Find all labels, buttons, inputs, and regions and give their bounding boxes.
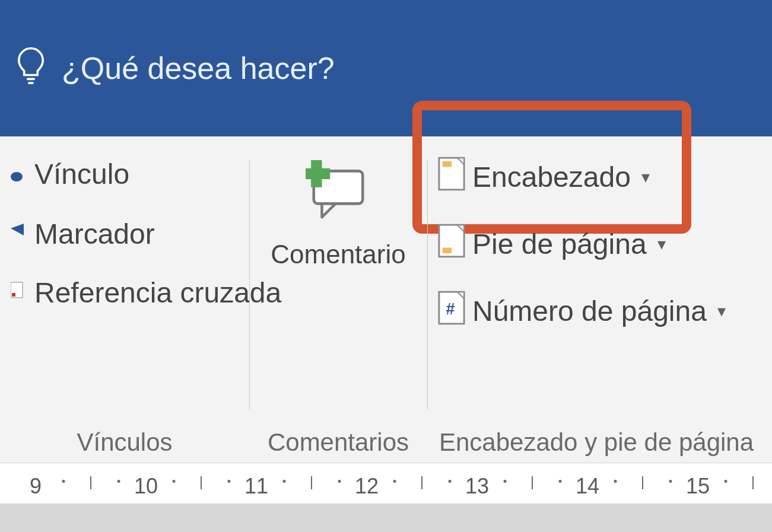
svg-marker-3 — [11, 224, 24, 235]
group-links-label: Vínculos — [6, 422, 243, 459]
comment-icon — [306, 160, 371, 228]
group-headerfooter: Encabezado ▾ Pie de página ▾ — [427, 142, 765, 463]
footer-page-icon — [438, 224, 465, 265]
ruler-quarter-tick — [117, 480, 120, 483]
ruler-number: 12 — [355, 474, 379, 499]
svg-rect-5 — [12, 293, 15, 297]
tell-me-input[interactable]: ¿Qué desea hacer? — [62, 50, 335, 86]
ruler-half-tick — [421, 476, 422, 489]
footer-label: Pie de página — [472, 228, 647, 260]
ruler-half-tick — [642, 476, 643, 489]
ruler-half-tick — [752, 476, 754, 489]
lightbulb-icon — [14, 46, 47, 91]
group-headerfooter-label: Encabezado y pie de página — [433, 422, 760, 459]
ruler-quarter-tick — [172, 480, 175, 483]
header-button[interactable]: Encabezado ▾ — [433, 154, 760, 200]
document-area — [0, 504, 772, 532]
bookmark-button[interactable]: Marcador — [6, 215, 243, 253]
ribbon-tabbar: ¿Qué desea hacer? — [0, 0, 772, 136]
ruler-number: 9 — [30, 474, 42, 499]
ruler-quarter-tick — [503, 480, 506, 483]
chevron-down-icon: ▾ — [717, 301, 726, 321]
link-label: Vínculo — [34, 158, 129, 190]
group-comments: Comentario Comentarios — [249, 142, 427, 463]
pagenumber-button[interactable]: # Número de página ▾ — [433, 288, 760, 334]
ruler-quarter-tick — [614, 480, 617, 483]
svg-point-2 — [11, 172, 23, 181]
pagenumber-label: Número de página — [472, 295, 707, 327]
group-headerfooter-items: Encabezado ▾ Pie de página ▾ — [433, 154, 760, 422]
bookmark-icon — [11, 218, 27, 250]
ruler-quarter-tick — [393, 480, 396, 483]
ruler-quarter-tick — [282, 480, 285, 483]
new-comment-label: Comentario — [271, 240, 405, 269]
bookmark-label: Marcador — [34, 218, 155, 250]
ruler-number: 13 — [465, 474, 489, 499]
horizontal-ruler[interactable]: 9101112131415 — [0, 463, 772, 504]
ruler-quarter-tick — [558, 480, 561, 483]
ribbon-body: Vínculo Marcador Referencia cruzada Vínc… — [0, 136, 772, 463]
ruler-quarter-tick — [227, 480, 230, 483]
link-icon — [11, 157, 27, 192]
group-links: Vínculo Marcador Referencia cruzada Vínc… — [0, 142, 249, 463]
pagenumber-page-icon: # — [438, 291, 465, 332]
ruler-number: 10 — [134, 474, 158, 499]
ruler-half-tick — [90, 476, 91, 489]
footer-button[interactable]: Pie de página ▾ — [433, 221, 760, 267]
ruler-quarter-tick — [724, 480, 727, 483]
chevron-down-icon: ▾ — [657, 234, 666, 254]
group-comments-label: Comentarios — [268, 422, 409, 459]
ruler-quarter-tick — [62, 480, 65, 483]
svg-text:#: # — [446, 301, 455, 318]
crossref-label: Referencia cruzada — [34, 276, 281, 309]
header-page-icon — [438, 157, 465, 197]
ruler-half-tick — [311, 476, 312, 489]
ruler-number: 14 — [576, 474, 599, 499]
new-comment-button[interactable]: Comentario — [259, 154, 417, 269]
ruler-quarter-tick — [448, 480, 451, 483]
crossref-button[interactable]: Referencia cruzada — [6, 274, 243, 311]
ruler-half-tick — [532, 476, 533, 489]
ruler-quarter-tick — [338, 480, 341, 483]
svg-rect-8 — [306, 168, 330, 179]
ruler-half-tick — [201, 476, 202, 489]
ruler-quarter-tick — [669, 480, 672, 483]
group-links-items: Vínculo Marcador Referencia cruzada — [6, 154, 243, 422]
ruler-number: 11 — [244, 474, 268, 499]
crossref-icon — [11, 276, 27, 309]
svg-rect-14 — [443, 248, 452, 254]
ruler-number: 15 — [686, 474, 710, 499]
svg-rect-11 — [443, 161, 452, 167]
header-label: Encabezado — [472, 161, 631, 193]
chevron-down-icon: ▾ — [641, 167, 650, 187]
link-button[interactable]: Vínculo — [6, 154, 243, 194]
